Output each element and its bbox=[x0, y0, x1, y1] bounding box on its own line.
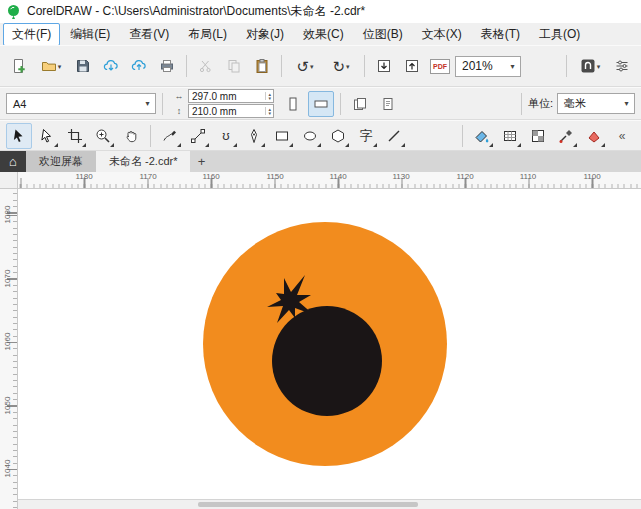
cut-button[interactable] bbox=[193, 53, 219, 79]
snap-to-button[interactable]: ▾ bbox=[573, 53, 607, 79]
freehand-pencil-icon bbox=[162, 128, 178, 144]
new-tab-button[interactable]: + bbox=[190, 151, 212, 172]
menu-tools[interactable]: 工具(O) bbox=[530, 23, 589, 46]
interactive-fill-tool[interactable] bbox=[469, 123, 495, 149]
color-eyedropper-tool[interactable] bbox=[553, 123, 579, 149]
pen-tool[interactable] bbox=[241, 123, 267, 149]
new-document-button[interactable] bbox=[6, 53, 32, 79]
polygon-tool[interactable] bbox=[325, 123, 351, 149]
spinner-icon[interactable]: ▴▾ bbox=[265, 92, 273, 100]
checkerboard-icon bbox=[530, 128, 546, 144]
pen-nib-icon bbox=[246, 128, 262, 144]
page-height-field[interactable]: 210.0 mm ▴▾ bbox=[188, 104, 274, 118]
pick-tool[interactable] bbox=[6, 123, 32, 149]
options-sliders-icon bbox=[614, 58, 630, 74]
cloud-download-icon bbox=[103, 58, 120, 74]
scrollbar-thumb[interactable] bbox=[198, 502, 418, 507]
paste-button[interactable] bbox=[249, 53, 275, 79]
open-folder-icon bbox=[41, 58, 57, 74]
scissors-icon bbox=[198, 58, 214, 74]
tab-welcome-screen[interactable]: 欢迎屏幕 bbox=[26, 151, 96, 172]
page-size-combo[interactable]: A4 ▾ bbox=[6, 93, 156, 114]
redo-button[interactable]: ↻ ▾ bbox=[324, 53, 358, 79]
vertical-ruler[interactable]: 1080 1070 1060 1050 1040 bbox=[0, 189, 18, 509]
page-width-field[interactable]: 297.0 mm ▴▾ bbox=[188, 89, 274, 103]
crop-tool[interactable] bbox=[62, 123, 88, 149]
save-button[interactable] bbox=[70, 53, 96, 79]
ruler-origin-corner[interactable] bbox=[0, 172, 18, 189]
toolbox: ʊ 字 bbox=[0, 120, 641, 151]
horizontal-ruler[interactable]: 1180 1170 1160 1150 1140 1130 1120 1110 … bbox=[18, 172, 641, 189]
portrait-icon bbox=[285, 96, 301, 112]
ruler-label: 1060 bbox=[3, 329, 12, 355]
import-icon bbox=[376, 58, 392, 74]
units-label: 单位: bbox=[528, 96, 553, 111]
page-height-icon: ↕ bbox=[173, 106, 185, 116]
mesh-fill-tool[interactable] bbox=[497, 123, 523, 149]
undo-button[interactable]: ↺ ▾ bbox=[288, 53, 322, 79]
property-bar: A4 ▾ ↔ 297.0 mm ▴▾ ↕ 210.0 mm ▴▾ bbox=[0, 87, 641, 120]
units-combo[interactable]: 毫米 ▾ bbox=[557, 93, 635, 114]
zoom-level-combo[interactable]: 201% ▾ bbox=[455, 56, 521, 77]
menu-bitmaps[interactable]: 位图(B) bbox=[354, 23, 412, 46]
text-tool[interactable]: 字 bbox=[353, 123, 379, 149]
chevron-down-icon: ▾ bbox=[619, 94, 634, 113]
print-button[interactable] bbox=[154, 53, 180, 79]
home-tab-button[interactable]: ⌂ bbox=[0, 151, 26, 172]
all-pages-icon bbox=[352, 96, 368, 112]
options-button[interactable] bbox=[609, 53, 635, 79]
hand-icon bbox=[123, 128, 139, 144]
zoom-tool[interactable] bbox=[90, 123, 116, 149]
redo-icon: ↻ bbox=[332, 59, 345, 74]
artistic-media-tool[interactable]: ʊ bbox=[213, 123, 239, 149]
menu-edit[interactable]: 编辑(E) bbox=[61, 23, 119, 46]
freehand-tool[interactable] bbox=[157, 123, 183, 149]
publish-to-pdf-button[interactable]: PDF bbox=[427, 53, 453, 79]
tab-document[interactable]: 未命名 -2.cdr* bbox=[96, 151, 190, 172]
open-document-button[interactable]: ▾ bbox=[34, 53, 68, 79]
export-button[interactable] bbox=[399, 53, 425, 79]
toolbar-separator bbox=[340, 93, 341, 115]
ellipse-tool[interactable] bbox=[297, 123, 323, 149]
rectangle-tool[interactable] bbox=[269, 123, 295, 149]
menu-bar: 文件(F) 编辑(E) 查看(V) 布局(L) 对象(J) 效果(C) 位图(B… bbox=[0, 23, 641, 45]
line-tool[interactable] bbox=[381, 123, 407, 149]
spinner-icon[interactable]: ▴▾ bbox=[265, 107, 273, 115]
bezier-tool[interactable] bbox=[185, 123, 211, 149]
ruler-label: 1110 bbox=[520, 172, 537, 181]
ruler-label: 1070 bbox=[3, 266, 12, 292]
drawing-canvas[interactable] bbox=[18, 189, 641, 509]
pan-tool[interactable] bbox=[118, 123, 144, 149]
page-height-value: 210.0 mm bbox=[192, 106, 236, 117]
copy-button[interactable] bbox=[221, 53, 247, 79]
menu-table[interactable]: 表格(T) bbox=[472, 23, 529, 46]
ruler-label: 1100 bbox=[583, 172, 600, 181]
coreldraw-window: CorelDRAW - C:\Users\Administrator\Docum… bbox=[0, 0, 641, 509]
menu-view[interactable]: 查看(V) bbox=[120, 23, 178, 46]
portrait-button[interactable] bbox=[280, 91, 306, 117]
rectangle-icon bbox=[274, 128, 290, 144]
save-to-cloud-button[interactable] bbox=[126, 53, 152, 79]
landscape-button[interactable] bbox=[308, 91, 334, 117]
menu-layout[interactable]: 布局(L) bbox=[179, 23, 236, 46]
smart-fill-tool[interactable] bbox=[581, 123, 607, 149]
toolbox-collapse-button[interactable]: « bbox=[609, 123, 635, 149]
menu-file[interactable]: 文件(F) bbox=[3, 23, 60, 46]
landscape-icon bbox=[313, 96, 329, 112]
transparency-tool[interactable] bbox=[525, 123, 551, 149]
menu-object[interactable]: 对象(J) bbox=[237, 23, 293, 46]
horizontal-scrollbar[interactable] bbox=[18, 499, 641, 509]
menu-text[interactable]: 文本(X) bbox=[413, 23, 471, 46]
menu-effects[interactable]: 效果(C) bbox=[294, 23, 353, 46]
zoom-level-value: 201% bbox=[462, 59, 493, 73]
current-page-button[interactable] bbox=[375, 91, 401, 117]
shape-tool[interactable] bbox=[34, 123, 60, 149]
import-button[interactable] bbox=[371, 53, 397, 79]
black-circle-shape[interactable] bbox=[272, 306, 382, 416]
chevron-down-icon: ▾ bbox=[597, 63, 601, 70]
collapse-chevrons-icon: « bbox=[619, 130, 626, 142]
all-pages-button[interactable] bbox=[347, 91, 373, 117]
open-from-cloud-button[interactable] bbox=[98, 53, 124, 79]
chevron-down-icon: ▾ bbox=[346, 63, 350, 70]
units-group: 单位: 毫米 ▾ bbox=[517, 93, 635, 115]
